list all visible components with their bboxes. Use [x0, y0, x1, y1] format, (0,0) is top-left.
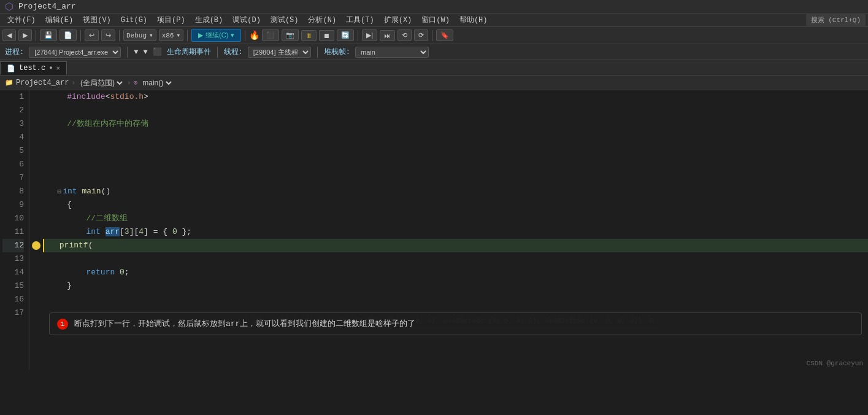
- gutter-line-8: [29, 185, 43, 198]
- gutter-line-10: [29, 212, 43, 225]
- gutter-line-11: [29, 225, 43, 239]
- menu-view[interactable]: 视图(V): [78, 14, 116, 26]
- toolbar-sep-6: [358, 30, 358, 41]
- arch-label: x86: [162, 32, 174, 39]
- menu-git[interactable]: Git(G): [116, 15, 152, 26]
- tab-close-button[interactable]: ✕: [56, 64, 60, 72]
- save-button[interactable]: 💾: [40, 29, 57, 41]
- collapse-marker-8[interactable]: ⊟: [58, 185, 62, 198]
- step-into-button[interactable]: ⏭: [380, 30, 395, 41]
- thread-selector[interactable]: [29804] 主线程: [248, 47, 311, 58]
- debug-mode-label: Debug: [126, 32, 147, 39]
- debug-bar: 进程: [27844] Project4_arr.exe ▼ ▼ ⬛ 生命周期事…: [0, 44, 868, 60]
- annotation-box: 1 断点打到下一行，开始调试，然后鼠标放到arr上，就可以看到我们创建的二维数组…: [49, 312, 862, 336]
- breadcrumb-sep-1: ›: [71, 79, 75, 87]
- toolbar-sep-7: [432, 30, 432, 41]
- new-file-button[interactable]: 📄: [60, 29, 77, 41]
- toolbar-sep-4: [187, 30, 188, 41]
- breadcrumb-function-selector[interactable]: main(): [140, 78, 174, 88]
- watermark: CSDN @graceyun: [807, 360, 863, 367]
- line-num-10: 10: [2, 212, 24, 225]
- title-bar: ⬡ Project4_arr: [0, 0, 868, 14]
- menu-edit[interactable]: 编辑(E): [40, 14, 79, 26]
- fire-icon: 🔥: [249, 30, 259, 41]
- gutter-line-7: [29, 171, 43, 185]
- back-button[interactable]: ◀: [2, 29, 16, 41]
- menu-analyze[interactable]: 分析(N): [303, 14, 341, 26]
- line-num-2: 2: [2, 104, 24, 117]
- process-label: 进程:: [5, 47, 24, 57]
- menu-help[interactable]: 帮助(H): [455, 14, 493, 26]
- menu-window[interactable]: 窗口(W): [417, 14, 455, 26]
- menu-file[interactable]: 文件(F): [2, 14, 40, 26]
- debug-sep-3: [317, 47, 318, 58]
- code-line-16: [43, 293, 868, 306]
- redo-button[interactable]: ↪: [101, 29, 115, 41]
- continue-button[interactable]: ▶ 继续(C) ▾: [191, 29, 241, 42]
- gutter-line-2: [29, 104, 43, 117]
- line-num-16: 16: [2, 293, 24, 306]
- code-area[interactable]: #include<stdio.h> //数组在内存中的存储 ⊟int main(…: [43, 90, 868, 370]
- file-icon: 📄: [7, 64, 15, 72]
- bookmark-button[interactable]: 🔖: [436, 29, 453, 41]
- line-num-1: 1: [2, 90, 24, 104]
- menu-project[interactable]: 项目(P): [152, 14, 190, 26]
- arch-dropdown[interactable]: x86 ▾: [159, 29, 183, 41]
- toolbar-sep-3: [119, 30, 120, 41]
- stack-label: 堆栈帧:: [324, 47, 350, 57]
- line-numbers: 1 2 3 4 5 6 7 8 9 10 11 12 13 14 15 16 1…: [0, 90, 29, 370]
- line-num-8: 8: [2, 185, 24, 198]
- line-num-15: 15: [2, 279, 24, 293]
- line-num-3: 3: [2, 117, 24, 131]
- undo-button[interactable]: ↩: [85, 29, 99, 41]
- code-line-8: ⊟int main(): [43, 185, 868, 198]
- continue-chevron-icon: ▾: [231, 31, 234, 39]
- forward-button[interactable]: ▶: [18, 29, 32, 41]
- line-num-17: 17: [2, 306, 24, 320]
- vs-logo: ⬡: [5, 1, 13, 13]
- restart-button[interactable]: 🔄: [337, 29, 354, 41]
- line-num-6: 6: [2, 158, 24, 171]
- tab-label: test.c: [19, 64, 45, 72]
- gutter-line-4: [29, 131, 43, 144]
- code-line-9: {: [43, 198, 868, 212]
- menu-build[interactable]: 生成(B): [190, 14, 228, 26]
- code-line-10: //二维数组: [43, 212, 868, 225]
- code-line-11: int arr[3][4] = { 0 };: [43, 225, 868, 239]
- menu-debug[interactable]: 调试(D): [228, 14, 266, 26]
- menu-extensions[interactable]: 扩展(X): [379, 14, 417, 26]
- stop-debug-button[interactable]: ⬛: [262, 29, 279, 41]
- toolbar-sep-1: [36, 30, 36, 41]
- code-line-15: }: [43, 279, 868, 293]
- tab-bar: 📄 test.c ● ✕: [0, 60, 868, 76]
- editor-area: 1 2 3 4 5 6 7 8 9 10 11 12 13 14 15 16 1…: [0, 90, 868, 370]
- pause-button[interactable]: ⏸: [301, 30, 317, 41]
- step-out-button[interactable]: ⟲: [398, 29, 412, 41]
- process-selector[interactable]: [27844] Project4_arr.exe: [29, 47, 121, 58]
- breadcrumb-project[interactable]: Project4_arr: [16, 79, 69, 87]
- stack-selector[interactable]: main: [355, 47, 429, 58]
- code-line-12: printf(: [43, 239, 868, 252]
- menu-search[interactable]: 搜索 (Ctrl+Q): [806, 14, 866, 26]
- breadcrumb-scope-selector[interactable]: (全局范围): [78, 78, 125, 88]
- stop-button[interactable]: ⏹: [319, 30, 334, 41]
- line-num-11: 11: [2, 225, 24, 239]
- debug-sep-2: [217, 47, 218, 58]
- step-over-button[interactable]: ▶|: [362, 29, 377, 41]
- gutter-line-17: [29, 306, 43, 320]
- gutter-line-12[interactable]: [29, 239, 43, 252]
- run-to-cursor-button[interactable]: ⟳: [414, 29, 428, 41]
- code-line-6: [43, 158, 868, 171]
- toolbar-sep-5: [245, 30, 245, 41]
- screenshot-button[interactable]: 📷: [282, 29, 299, 41]
- annotation-text: 断点打到下一行，开始调试，然后鼠标放到arr上，就可以看到我们创建的二维数组是啥…: [74, 318, 415, 330]
- code-line-4: [43, 131, 868, 144]
- menu-tools[interactable]: 工具(T): [341, 14, 379, 26]
- chevron-down-icon: ▾: [149, 31, 153, 39]
- debug-mode-dropdown[interactable]: Debug ▾: [123, 29, 156, 41]
- play-icon: ▶: [198, 31, 203, 39]
- gutter-line-6: [29, 158, 43, 171]
- line-num-14: 14: [2, 266, 24, 279]
- menu-test[interactable]: 测试(S): [266, 14, 304, 26]
- tab-test-c[interactable]: 📄 test.c ● ✕: [0, 61, 67, 75]
